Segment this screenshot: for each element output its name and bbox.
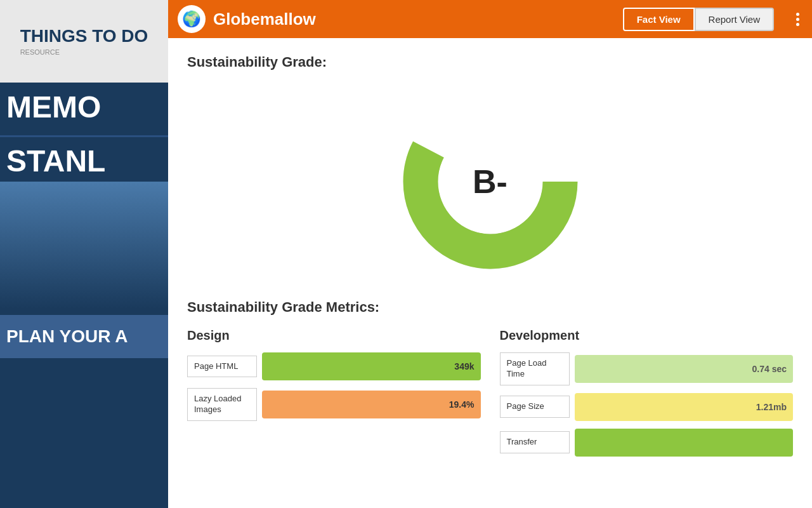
preview-stanl-text: STANL (6, 144, 162, 178)
header-tabs: Fact View Report View (623, 8, 774, 31)
menu-dot-1 (796, 13, 799, 16)
metric-row-transfer: Transfer (500, 429, 794, 457)
content-area: Sustainability Grade: B- Sustainability … (168, 38, 812, 480)
metric-label-transfer: Transfer (500, 431, 570, 453)
metric-bar-lazy-images: 19.4% (262, 391, 481, 418)
metric-bar-page-size: 1.21mb (575, 393, 794, 421)
design-column: Design Page HTML 349k Lazy Loaded Images… (187, 328, 481, 464)
menu-dot-3 (796, 23, 799, 26)
preview-divider (0, 135, 168, 137)
main-panel: 🌍 Globemallow Fact View Report View Sust… (168, 0, 812, 508)
development-column-title: Development (500, 328, 794, 343)
header: 🌍 Globemallow Fact View Report View (168, 0, 812, 38)
metric-label-page-load-time: Page Load Time (500, 352, 570, 385)
preview-resource-text: RESOURCE (20, 48, 148, 56)
preview-plan: PLAN YOUR A (0, 315, 168, 358)
design-column-title: Design (187, 328, 481, 343)
metric-bar-page-load-time: 0.74 sec (575, 355, 794, 383)
logo-icon: 🌍 (182, 10, 201, 28)
preview-top: THINGS TO DO RESOURCE (0, 0, 168, 83)
header-menu-button[interactable] (793, 10, 802, 29)
donut-chart-container: B- (187, 83, 793, 280)
metric-bar-page-html: 349k (262, 352, 481, 380)
preview-things-text: THINGS TO DO (20, 27, 148, 46)
development-column: Development Page Load Time 0.74 sec Page… (500, 328, 794, 464)
metrics-section-title: Sustainability Grade Metrics: (187, 299, 793, 316)
metric-row-page-load-time: Page Load Time 0.74 sec (500, 352, 794, 385)
preview-plan-text: PLAN YOUR A (6, 326, 162, 347)
metric-row-page-size: Page Size 1.21mb (500, 393, 794, 421)
preview-image-area (0, 182, 168, 309)
preview-memo: MEMO (0, 83, 168, 132)
app-title: Globemallow (213, 10, 623, 29)
donut-wrapper: B- (392, 83, 589, 280)
preview-memo-text: MEMO (6, 92, 162, 123)
donut-grade-label: B- (473, 163, 508, 201)
tab-fact-view[interactable]: Fact View (623, 8, 695, 31)
grade-section-title: Sustainability Grade: (187, 54, 793, 70)
metric-row-lazy-images: Lazy Loaded Images 19.4% (187, 388, 481, 421)
metric-bar-transfer (575, 429, 794, 457)
metric-label-page-html: Page HTML (187, 356, 257, 378)
metrics-grid: Design Page HTML 349k Lazy Loaded Images… (187, 328, 793, 464)
logo-circle: 🌍 (178, 5, 206, 33)
tab-report-view[interactable]: Report View (695, 8, 774, 31)
metric-row-page-html: Page HTML 349k (187, 352, 481, 380)
metric-label-page-size: Page Size (500, 396, 570, 418)
menu-dot-2 (796, 18, 799, 21)
metric-label-lazy-images: Lazy Loaded Images (187, 388, 257, 421)
preview-stanl: STANL (0, 140, 168, 182)
website-preview: THINGS TO DO RESOURCE MEMO STANL PLAN YO… (0, 0, 168, 508)
